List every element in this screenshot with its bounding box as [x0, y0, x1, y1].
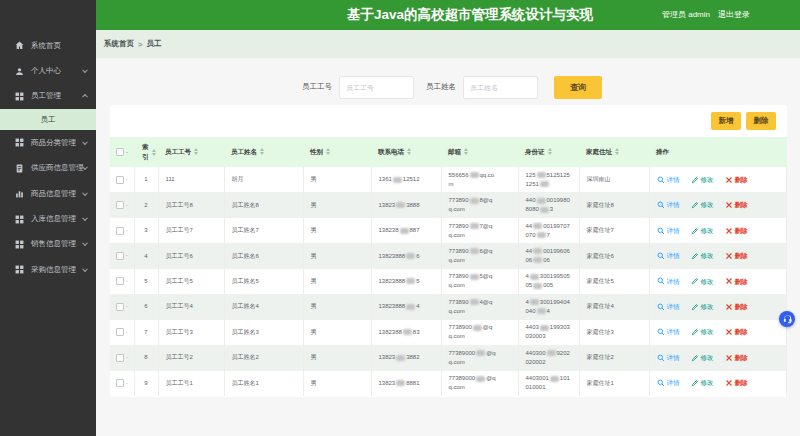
sidebar-item-7[interactable]: 销售信息管理 — [0, 232, 96, 257]
row-checkbox-cell: - — [110, 167, 134, 192]
redacted-blur — [406, 304, 415, 310]
cell-gender: 男 — [303, 320, 371, 345]
detail-link[interactable]: 详情 — [657, 302, 680, 312]
cell-employee-no: 员工工号1 — [158, 371, 224, 396]
x-icon — [725, 176, 733, 184]
row-checkbox[interactable] — [116, 201, 124, 209]
redacted-blur — [540, 325, 549, 331]
edit-link[interactable]: 修改 — [691, 226, 714, 236]
sidebar-item-8[interactable]: 采购信息管理 — [0, 257, 96, 282]
sort-icon[interactable] — [407, 148, 411, 155]
pencil-icon — [691, 277, 699, 285]
x-icon — [725, 303, 733, 311]
checkbox-dash: - — [126, 380, 128, 386]
row-checkbox[interactable] — [116, 379, 124, 387]
pencil-icon — [691, 379, 699, 387]
cell-email: 77389000@qq.com — [441, 345, 518, 370]
row-checkbox[interactable] — [116, 328, 124, 336]
row-checkbox[interactable] — [116, 176, 124, 184]
redacted-blur — [396, 202, 405, 208]
sidebar-item-5[interactable]: 商品信息管理 — [0, 181, 96, 206]
detail-link[interactable]: 详情 — [657, 327, 680, 337]
detail-link[interactable]: 详情 — [657, 251, 680, 261]
sidebar-item-label: 系统首页 — [31, 41, 61, 51]
redacted-blur — [530, 274, 539, 280]
edit-link[interactable]: 修改 — [691, 327, 714, 337]
edit-link[interactable]: 修改 — [691, 302, 714, 312]
sidebar-item-3[interactable]: 商品分类管理 — [0, 130, 96, 155]
employee-name-input[interactable] — [463, 76, 538, 99]
sort-icon[interactable] — [152, 149, 156, 156]
checkbox-dash: - — [126, 252, 128, 258]
delete-link[interactable]: 删除 — [725, 251, 748, 261]
cell-phone: 138238883 — [371, 320, 441, 345]
sort-icon[interactable] — [464, 148, 468, 155]
sidebar-item-1[interactable]: 个人中心 — [0, 58, 96, 83]
cell-employee-no: 员工工号5 — [158, 269, 224, 294]
magnifier-icon — [657, 354, 665, 362]
sidebar-item-4[interactable]: 供应商信息管理 — [0, 156, 96, 181]
sort-icon[interactable] — [194, 148, 198, 155]
row-checkbox[interactable] — [116, 354, 124, 362]
delete-button[interactable]: 删除 — [746, 112, 776, 130]
edit-link[interactable]: 修改 — [691, 175, 714, 185]
row-checkbox[interactable] — [116, 277, 124, 285]
magnifier-icon — [657, 252, 665, 260]
delete-link[interactable]: 删除 — [725, 226, 748, 236]
pencil-icon — [691, 176, 699, 184]
row-checkbox[interactable] — [116, 303, 124, 311]
service-float-button[interactable] — [779, 311, 795, 327]
logout-link[interactable]: 退出登录 — [718, 0, 750, 30]
detail-link[interactable]: 详情 — [657, 378, 680, 388]
edit-link[interactable]: 修改 — [691, 353, 714, 363]
chevron-down-icon — [82, 241, 88, 247]
checkbox-dash: - — [126, 227, 128, 233]
cell-idcard: 44001997070707 — [518, 218, 579, 243]
delete-link[interactable]: 删除 — [725, 302, 748, 312]
sidebar-item-0[interactable]: 系统首页 — [0, 33, 96, 58]
detail-link[interactable]: 详情 — [657, 277, 680, 287]
edit-link[interactable]: 修改 — [691, 251, 714, 261]
cell-address: 家庭住址4 — [579, 294, 649, 319]
sidebar-item-6[interactable]: 入库信息管理 — [0, 206, 96, 231]
edit-link[interactable]: 修改 — [691, 200, 714, 210]
row-checkbox[interactable] — [116, 227, 124, 235]
delete-link[interactable]: 删除 — [725, 277, 748, 287]
detail-link[interactable]: 详情 — [657, 226, 680, 236]
breadcrumb-root[interactable]: 系统首页 — [104, 39, 134, 49]
sidebar-item-label: 销售信息管理 — [31, 239, 76, 249]
delete-link[interactable]: 删除 — [725, 378, 748, 388]
delete-link[interactable]: 删除 — [725, 327, 748, 337]
redacted-blur — [470, 299, 479, 305]
delete-link[interactable]: 删除 — [725, 353, 748, 363]
detail-link[interactable]: 详情 — [657, 175, 680, 185]
table-row: -6员工工号4员工姓名4男1382388847738904@qq.com4300… — [110, 294, 787, 319]
table-row: -7员工工号3员工姓名3男1382388837738900@qq.com4403… — [110, 320, 787, 345]
sort-icon[interactable] — [548, 148, 552, 155]
sort-icon[interactable] — [615, 148, 619, 155]
cell-idcard: 43001994040404 — [518, 294, 579, 319]
detail-link[interactable]: 详情 — [657, 353, 680, 363]
detail-link[interactable]: 详情 — [657, 200, 680, 210]
sort-icon[interactable] — [326, 148, 330, 155]
sort-icon[interactable] — [260, 148, 264, 155]
sidebar-item-2[interactable]: 员工管理 — [0, 84, 96, 109]
cell-address: 家庭住址1 — [579, 371, 649, 396]
employee-no-input[interactable] — [339, 76, 414, 99]
edit-link[interactable]: 修改 — [691, 378, 714, 388]
cell-actions: 详情修改删除 — [649, 218, 787, 243]
edit-link[interactable]: 修改 — [691, 277, 714, 287]
cell-index: 7 — [134, 320, 158, 345]
sidebar-subitem-员工[interactable]: 员工 — [0, 109, 96, 130]
delete-link[interactable]: 删除 — [725, 200, 748, 210]
select-all-checkbox[interactable] — [116, 148, 124, 156]
search-bar: 员工工号 员工姓名 查询 — [302, 75, 602, 99]
delete-link[interactable]: 删除 — [725, 175, 748, 185]
row-checkbox[interactable] — [116, 252, 124, 260]
query-button[interactable]: 查询 — [554, 76, 602, 99]
cell-gender: 男 — [303, 218, 371, 243]
cell-employee-no: 员工工号7 — [158, 218, 224, 243]
add-button[interactable]: 新增 — [711, 112, 741, 130]
row-checkbox-cell: - — [110, 371, 134, 396]
magnifier-icon — [657, 176, 665, 184]
